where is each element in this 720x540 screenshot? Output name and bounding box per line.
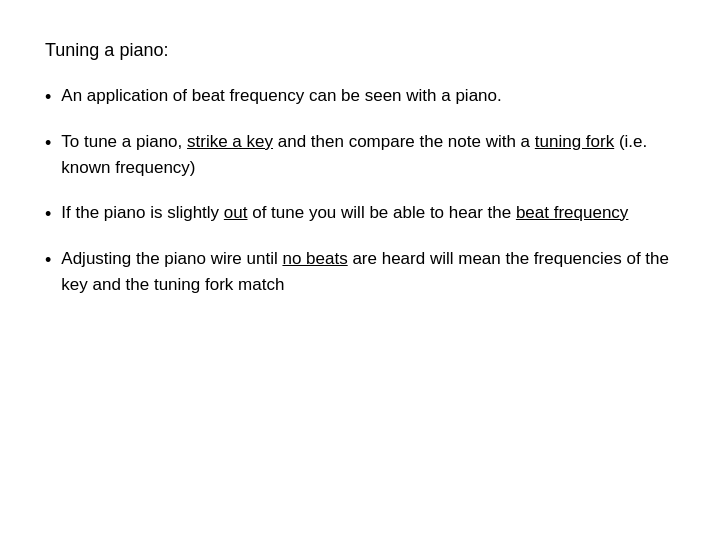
underline-strike-a-key: strike a key <box>187 132 273 151</box>
list-item: • To tune a piano, strike a key and then… <box>45 129 675 182</box>
underline-no-beats: no beats <box>282 249 347 268</box>
list-item: • Adjusting the piano wire until no beat… <box>45 246 675 299</box>
underline-out: out <box>224 203 248 222</box>
bullet-dot: • <box>45 130 51 157</box>
bullet-text-3: If the piano is slightly out of tune you… <box>61 200 628 226</box>
underline-beat-frequency: beat frequency <box>516 203 628 222</box>
bullet-dot: • <box>45 84 51 111</box>
bullet-dot: • <box>45 247 51 274</box>
list-item: • An application of beat frequency can b… <box>45 83 675 111</box>
underline-tuning-fork: tuning fork <box>535 132 614 151</box>
bullet-dot: • <box>45 201 51 228</box>
list-item: • If the piano is slightly out of tune y… <box>45 200 675 228</box>
bullet-list: • An application of beat frequency can b… <box>45 83 675 298</box>
bullet-text-1: An application of beat frequency can be … <box>61 83 501 109</box>
slide-title: Tuning a piano: <box>45 40 675 61</box>
bullet-text-2: To tune a piano, strike a key and then c… <box>61 129 675 182</box>
slide-container: Tuning a piano: • An application of beat… <box>0 0 720 540</box>
bullet-text-4: Adjusting the piano wire until no beats … <box>61 246 675 299</box>
